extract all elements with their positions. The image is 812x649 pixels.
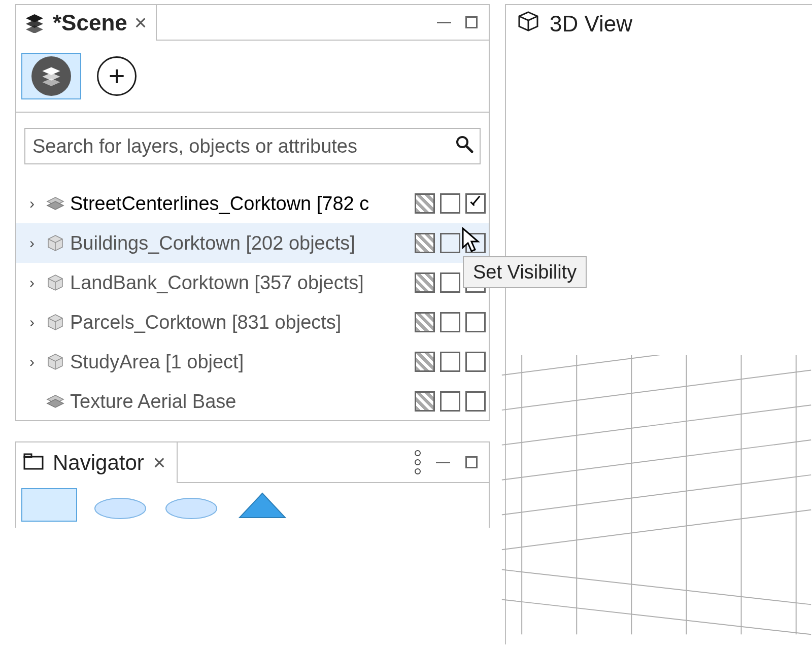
layer-flat-icon [45, 196, 66, 211]
lock-toggle[interactable] [415, 352, 435, 372]
layer-row[interactable]: ›Buildings_Corktown [202 objects] [16, 223, 489, 263]
navigator-tab[interactable]: Navigator × [16, 442, 178, 483]
navigator-window-controls [415, 442, 489, 483]
layer-state-boxes [415, 391, 486, 412]
svg-point-23 [166, 498, 217, 519]
color-toggle[interactable] [440, 193, 460, 214]
chevron-right-icon[interactable]: › [23, 195, 41, 212]
tab-bar-spacer [178, 442, 415, 483]
layer-label: StreetCenterlines_Corktown [782 c [70, 193, 411, 215]
close-icon[interactable]: × [134, 11, 147, 35]
svg-line-7 [466, 146, 472, 152]
svg-marker-41 [463, 228, 478, 251]
layer-state-boxes [415, 352, 486, 372]
chevron-right-icon[interactable]: › [23, 353, 41, 370]
view3d-tab[interactable]: 3D View [506, 5, 812, 43]
navigator-thumb[interactable] [163, 488, 219, 520]
maximize-icon[interactable] [465, 16, 478, 28]
layer-state-boxes [415, 193, 486, 214]
lock-toggle[interactable] [415, 272, 435, 293]
visibility-toggle[interactable] [465, 352, 486, 372]
search-row [16, 113, 489, 168]
search-box[interactable] [24, 128, 481, 164]
svg-line-27 [502, 355, 811, 375]
navigator-thumb-selected[interactable] [21, 488, 77, 522]
color-toggle[interactable] [440, 233, 460, 253]
plus-icon: + [97, 56, 137, 96]
scene-tab[interactable]: *Scene × [16, 5, 157, 41]
layer-row[interactable]: ›StreetCenterlines_Corktown [782 c [16, 184, 489, 223]
chevron-right-icon[interactable]: › [23, 234, 41, 252]
svg-marker-24 [240, 493, 285, 518]
search-input[interactable] [31, 135, 455, 158]
navigator-tab-bar: Navigator × [16, 442, 489, 483]
lock-toggle[interactable] [415, 312, 435, 332]
tooltip: Set Visibility [463, 256, 587, 288]
svg-marker-5 [42, 78, 60, 86]
color-toggle[interactable] [440, 312, 460, 332]
svg-line-32 [502, 510, 811, 550]
scene-tab-bar: *Scene × [16, 5, 489, 41]
navigator-thumb[interactable] [92, 488, 148, 520]
layer-label: Buildings_Corktown [202 objects] [70, 232, 411, 254]
layers-icon [31, 56, 71, 96]
cube-icon [45, 314, 66, 331]
layer-row[interactable]: ›StudyArea [1 object] [16, 342, 489, 382]
svg-line-40 [502, 600, 811, 635]
layer-state-boxes [415, 312, 486, 332]
close-icon[interactable]: × [153, 451, 166, 475]
scene-tab-title: *Scene [53, 10, 127, 36]
navigator-tab-title: Navigator [53, 451, 144, 475]
layer-row[interactable]: ›LandBank_Corktown [357 objects] [16, 263, 489, 302]
color-toggle[interactable] [440, 272, 460, 293]
visibility-toggle[interactable] [465, 193, 486, 214]
layer-label: Texture Aerial Base [70, 391, 411, 413]
folder-icon [23, 453, 44, 473]
color-toggle[interactable] [440, 391, 460, 412]
svg-line-30 [502, 440, 811, 480]
svg-line-28 [502, 370, 811, 410]
minimize-icon[interactable] [436, 462, 450, 463]
svg-line-39 [502, 570, 811, 605]
navigator-thumb[interactable] [234, 488, 290, 520]
color-toggle[interactable] [440, 352, 460, 372]
add-button[interactable]: + [93, 53, 140, 99]
cube-icon [517, 10, 539, 38]
svg-point-22 [95, 498, 146, 519]
lock-toggle[interactable] [415, 193, 435, 214]
scene-panel: *Scene × + [15, 4, 490, 421]
chevron-right-icon[interactable]: › [23, 274, 41, 291]
maximize-icon[interactable] [465, 456, 478, 468]
layer-row[interactable]: Texture Aerial Base [16, 382, 489, 421]
view3d-panel: 3D View [505, 4, 812, 644]
visibility-toggle[interactable] [465, 391, 486, 412]
svg-marker-2 [26, 25, 43, 33]
scene-toolbar: + [16, 41, 489, 113]
more-icon[interactable] [415, 450, 421, 474]
layers-mode-button[interactable] [21, 53, 81, 99]
scene-window-controls [437, 5, 489, 41]
layer-list: ›StreetCenterlines_Corktown [782 c›Build… [16, 168, 489, 421]
lock-toggle[interactable] [415, 233, 435, 253]
search-icon[interactable] [455, 135, 473, 158]
cursor-icon [462, 227, 482, 256]
minimize-icon[interactable] [437, 22, 451, 23]
layer-label: LandBank_Corktown [357 objects] [70, 272, 411, 294]
cube-icon [45, 274, 66, 291]
layer-flat-icon [45, 394, 66, 408]
layers-icon [23, 13, 46, 33]
svg-rect-21 [24, 454, 31, 457]
view3d-canvas[interactable] [501, 355, 812, 644]
chevron-right-icon[interactable]: › [23, 314, 41, 331]
navigator-panel: Navigator × [15, 441, 490, 528]
cube-icon [45, 353, 66, 370]
lock-toggle[interactable] [415, 391, 435, 412]
view3d-title: 3D View [550, 11, 632, 37]
svg-line-29 [502, 405, 811, 445]
layer-row[interactable]: ›Parcels_Corktown [831 objects] [16, 302, 489, 342]
tab-bar-spacer [157, 5, 437, 41]
svg-line-31 [502, 475, 811, 515]
visibility-toggle[interactable] [465, 312, 486, 332]
cube-icon [45, 234, 66, 252]
svg-rect-20 [24, 457, 43, 469]
